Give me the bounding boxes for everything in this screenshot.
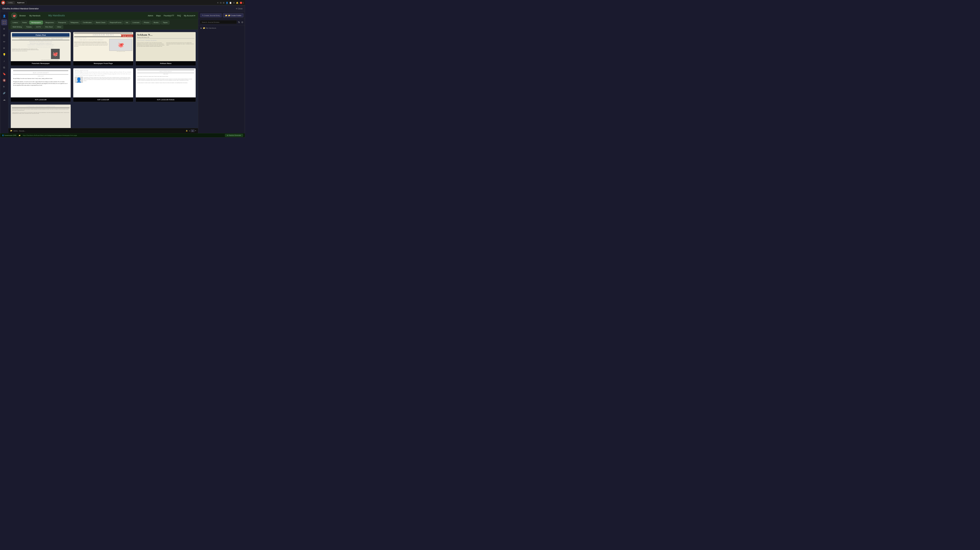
settings-btn[interactable]: ⚙ [1, 32, 7, 38]
tab-notes[interactable]: Notes [21, 21, 29, 24]
obit-dates: 1890-1937 [38, 75, 44, 77]
handout-preview-lovecraft-article: H.P. LOVECRAFT 1890-1937 Howard Phillips… [136, 69, 196, 97]
handout-card-arkham-wide[interactable]: Arkham N... Thursday, 10th February 1925… [136, 32, 196, 66]
tab-reportsforms[interactable]: Reports/Forms [108, 21, 124, 24]
tab-tapes[interactable]: Tapes [161, 21, 169, 24]
grid-btn[interactable]: ⊞ [1, 45, 7, 51]
handout-card-lovecraft-article[interactable]: H.P. LOVECRAFT 1890-1937 Howard Phillips… [136, 68, 196, 102]
tab-certificates[interactable]: Certificates [81, 21, 94, 24]
np1-image: 🐙 [51, 49, 60, 59]
tab-photos[interactable]: Photos [142, 21, 151, 24]
nav-browse[interactable]: Browse [19, 14, 26, 18]
journal-my-handouts[interactable]: ▶ 📁 My Handouts [199, 27, 244, 30]
cloud-btn[interactable]: ☁ [1, 97, 7, 102]
bulb-btn[interactable]: 💡 [1, 52, 7, 57]
pen-btn[interactable]: ✏ [1, 39, 7, 45]
tab-bankcheck[interactable]: Bank Check [94, 21, 107, 24]
icon-2[interactable]: ⊟ [220, 2, 222, 4]
system-bar: 🎲 Lobby Nightmare ✕ ⊟ ⊞ 👤 📋 ⚙ 🔔 🔴 1 [0, 0, 245, 5]
page-up-btn[interactable]: ▲ [189, 130, 190, 132]
tab-newspapers[interactable]: Newspapers [30, 21, 43, 24]
tab-passports[interactable]: Passports [56, 21, 68, 24]
icon-7[interactable]: 🔔 [236, 2, 239, 4]
obit3-text: Howard Phillips Lovecraft was an America… [137, 76, 194, 83]
handout-preview-cthulhu-arrested: CTHULHU ARCHITECT ARRESTED Modern map de… [11, 105, 71, 128]
create-folder-label: 📁 Create Folder [228, 14, 242, 16]
app-titlebar: Cthulhu Architect Handout Generator ✕ Cl… [0, 6, 245, 12]
icon-6[interactable]: ⚙ [233, 2, 235, 4]
handout-title-lovecraft-img: H.P. Lovecraft [73, 97, 133, 102]
np2-date: Thursday, February 10th 1925 No. 7233/34 [74, 37, 132, 38]
np1-body: Lorem ipsum dolor sit amet, consectetur … [12, 48, 70, 61]
music-btn[interactable]: ♪ [1, 58, 7, 64]
search-bar: ⇅ ⚙ [198, 19, 245, 26]
tab-telegrams[interactable]: Telegrams [68, 21, 81, 24]
bottom-bar: 📁 1920s - Standa... 🔒 ▲ 1 ▼ [8, 128, 198, 133]
layers-btn[interactable]: ⊞ [1, 26, 7, 32]
tab-cctv[interactable]: CCTV [34, 25, 43, 29]
nav-my-handouts[interactable]: My Handouts [29, 14, 40, 18]
tab-tickets[interactable]: Tickets [24, 25, 33, 29]
bottom-bar-left: 📁 1920s - Standa... [10, 130, 26, 132]
icon-4[interactable]: 👤 [226, 2, 228, 4]
fullscreen-btn[interactable]: ⛶ [1, 19, 7, 26]
folder-icon: 📁 [10, 130, 12, 132]
tab-magazines[interactable]: Magazines [43, 21, 56, 24]
handout-card-cthulhu-arrested[interactable]: CTHULHU ARCHITECT ARRESTED Modern map de… [11, 104, 71, 128]
np2-right: 🐙 Artistic depiction of the creature [109, 39, 132, 52]
np2-left: THE GREAT CTHULHU HAS AWOKEN Reports hav… [74, 39, 109, 52]
icon-5[interactable]: 📋 [229, 2, 232, 4]
lovecraft-portrait: 👤 [75, 77, 83, 83]
user-icon: 👤 [2, 135, 4, 137]
titlebar-right: ✕ Close [235, 8, 243, 10]
page-nav: ▲ 1 ▼ [189, 129, 197, 132]
handout-card-lovecraft-img[interactable]: Obituary of H.P. Lovecraft Howard Philli… [73, 68, 134, 102]
tab-books[interactable]: Books [152, 21, 161, 24]
nav-maps[interactable]: Maps [156, 14, 161, 18]
handout-card-lovecraft-plain[interactable]: H.P. LOVECRAFT 1890-1937 Howard Phillips… [11, 68, 71, 102]
np3-title: Arkham N... [137, 33, 194, 37]
create-folder-button[interactable]: 📁 📁 Create Folder [223, 13, 243, 18]
tab-filmreel[interactable]: Film Reel [43, 25, 54, 29]
handout-generator-button[interactable]: ⊞ Handout Generator [225, 134, 243, 137]
tab-other[interactable]: Other [55, 25, 64, 29]
handout-preview-lovecraft-img: Obituary of H.P. Lovecraft Howard Philli… [73, 69, 133, 97]
np1-title: TOKACITY LEVEL, ORANGE EST. 2233 MFG-42.… [12, 37, 70, 40]
puzzle-btn[interactable]: ⧉ [1, 65, 7, 70]
search-journal-input[interactable] [200, 20, 237, 24]
nav-foundryvtt[interactable]: FoundryVTT [164, 14, 174, 18]
tab-wallwriting[interactable]: Wall Writing [11, 25, 24, 29]
obit2-header: Obituary of H.P. Lovecraft Howard Philli… [75, 70, 132, 76]
handout-title-futuristic: Futuristic Newspaper [11, 61, 71, 66]
icon-3[interactable]: ⊞ [223, 2, 224, 4]
chain-btn[interactable]: ⛓ [1, 84, 7, 90]
arrested-text: Modern map designer was arrested last ni… [12, 109, 70, 114]
nav-faq[interactable]: FAQ [177, 14, 181, 18]
np1-col2: 🐙 Curabitur lorem ut libero consectetur.… [41, 48, 70, 61]
np3-date: Thursday, 10th February 1925 [137, 37, 194, 38]
tab-licenses[interactable]: Licenses [130, 21, 142, 24]
nav-my-account[interactable]: My Account ▾ [184, 14, 196, 18]
page-down-btn[interactable]: ▼ [195, 130, 197, 132]
tab-letters[interactable]: Letters [11, 21, 20, 24]
icon-8[interactable]: 🔴 1 [240, 2, 244, 4]
tab-ids[interactable]: Ids [124, 21, 130, 24]
tab-nightmare[interactable]: Nightmare [15, 1, 26, 4]
handout-card-arkham-news[interactable]: Early access ARKHAM NEWS Thursday, Febru… [73, 32, 134, 66]
handout-card-futuristic[interactable]: Future Post TOKACITY LEVEL, ORANGE EST. … [11, 32, 71, 66]
mute-btn[interactable]: 🔇 [1, 77, 7, 83]
bookmark-btn[interactable]: 🔖 [1, 71, 7, 77]
link-btn[interactable]: 🔗 [1, 90, 7, 96]
nav-admin[interactable]: Admin [148, 14, 153, 18]
app-title: Cthulhu Architect Handout Generator [3, 7, 39, 10]
create-journal-entry-button[interactable]: ✎ Create Journal Entry [200, 13, 222, 18]
tab-lobby[interactable]: Lobby [6, 1, 14, 4]
right-panel: ✎ Create Journal Entry 📁 📁 Create Folder… [198, 12, 245, 134]
sort-icon[interactable]: ⇅ [238, 21, 240, 24]
close-button[interactable]: ✕ Close [235, 8, 243, 10]
icon-1[interactable]: ✕ [217, 2, 219, 4]
avatar-btn[interactable]: 👤 [1, 13, 7, 19]
settings-icon[interactable]: ⚙ [241, 21, 243, 24]
obit-text: Howard Phillips Lovecraft was an America… [13, 78, 68, 86]
handout-title-lovecraft-article: H.P. Lovecraft Article [136, 97, 196, 102]
